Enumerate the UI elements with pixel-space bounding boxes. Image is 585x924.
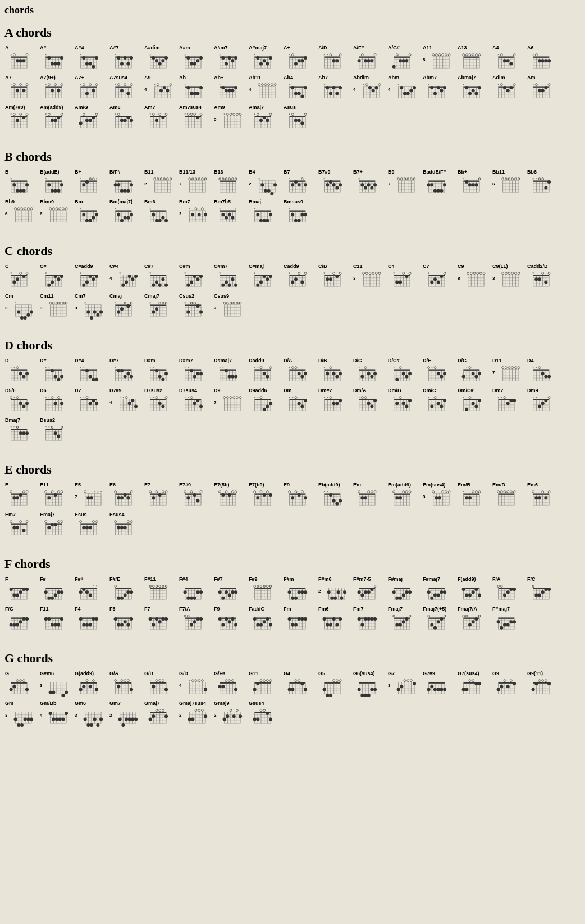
chord-item[interactable]: C113 [353,263,386,290]
chord-item[interactable]: F#/E [109,576,142,603]
chord-item[interactable]: Gm63 [75,700,107,727]
chord-item[interactable]: F9 [214,606,246,632]
chord-item[interactable]: Am(7#0)× [5,104,38,131]
chord-item[interactable]: D/E× [423,358,455,384]
chord-item[interactable]: F7/A [179,606,212,632]
chord-item[interactable]: Dm/A× [353,388,386,414]
chord-item[interactable]: F4 [75,606,107,632]
chord-item[interactable]: D#m7×× [179,358,212,384]
chord-item[interactable]: B× [5,169,38,195]
chord-item[interactable]: Am/G [75,104,107,131]
chord-item[interactable]: G/A [109,671,142,697]
chord-item[interactable]: D/G× [458,358,490,384]
chord-item[interactable]: D#m×× [144,358,177,384]
chord-item[interactable]: A+× [284,45,316,71]
chord-item[interactable]: Em/B× [458,482,490,508]
chord-item[interactable]: Dm×× [284,388,316,414]
chord-item[interactable]: G/B× [144,671,177,697]
chord-item[interactable]: F(add9) [458,576,490,603]
chord-item[interactable]: A#7× [109,45,142,71]
chord-item[interactable]: Em(sus4)3 [423,482,455,508]
chord-item[interactable]: D/C#× [388,358,421,384]
chord-item[interactable]: D7sus2×× [144,388,177,414]
chord-item[interactable]: Bmaj× [249,199,281,225]
chord-item[interactable]: Em6 [527,482,560,508]
chord-item[interactable]: Csus97 [214,293,246,320]
chord-item[interactable]: G [5,671,38,697]
chord-item[interactable]: Em/D [492,482,525,508]
chord-item[interactable]: E9 [284,482,316,508]
chord-item[interactable]: F#maj7 [492,606,525,632]
chord-item[interactable]: A× [5,45,38,71]
chord-item[interactable]: Dmaj7×× [5,417,38,444]
chord-item[interactable]: B11/137 [179,169,212,195]
chord-item[interactable]: D4×× [527,358,560,384]
chord-item[interactable]: Bb96 [5,199,38,225]
chord-item[interactable]: D#4×× [75,358,107,384]
chord-item[interactable]: A#dim× [144,45,177,71]
chord-item[interactable]: Am× [527,75,560,101]
chord-item[interactable]: C#7× [144,263,177,290]
chord-item[interactable]: A#m× [179,45,212,71]
chord-item[interactable]: C4× [388,263,421,290]
chord-item[interactable]: A7sus4× [109,75,142,101]
chord-item[interactable]: F#maj [388,576,421,603]
chord-item[interactable]: D/C× [353,358,386,384]
chord-item[interactable]: D#×× [40,358,72,384]
chord-item[interactable]: Gm3 [5,700,38,727]
chord-item[interactable]: C#m7× [214,263,246,290]
chord-item[interactable]: F#m62 [318,576,351,603]
chord-item[interactable]: D7sus4×× [179,388,212,414]
chord-item[interactable]: B7+× [353,169,386,195]
chord-item[interactable]: Dm9×× [527,388,560,414]
chord-item[interactable]: D5/E× [5,388,38,414]
chord-item[interactable]: Gm72 [109,700,142,727]
chord-item[interactable]: D/B× [318,358,351,384]
chord-item[interactable]: F11 [40,606,72,632]
chord-item[interactable]: Am7sus4× [179,104,212,131]
chord-item[interactable]: E7(5b) [214,482,246,508]
chord-item[interactable]: B(addE)× [40,169,72,195]
chord-item[interactable]: Bbm96 [40,199,72,225]
chord-item[interactable]: A#m7× [214,45,246,71]
chord-item[interactable]: Fmaj7(+5) [423,606,455,632]
chord-item[interactable]: Ab7× [318,75,351,101]
chord-item[interactable]: B97 [388,169,421,195]
chord-item[interactable]: F#7 [214,576,246,603]
chord-item[interactable]: Em [353,482,386,508]
chord-item[interactable]: D#7× [109,358,142,384]
chord-item[interactable]: Fmaj7/A [458,606,490,632]
chord-item[interactable]: Em(add9) [388,482,421,508]
chord-item[interactable]: A/G# [388,45,421,71]
chord-item[interactable]: Cm73× [75,293,107,320]
chord-item[interactable]: D97 [214,388,246,414]
chord-item[interactable]: Bm7b5×× [214,199,246,225]
chord-item[interactable]: G9(11) [527,671,560,697]
chord-item[interactable]: Cadd9× [284,263,316,290]
chord-item[interactable]: Asus× [284,104,316,131]
chord-item[interactable]: F [5,576,38,603]
chord-item[interactable]: A#4× [75,45,107,71]
chord-item[interactable]: Dm/B× [388,388,421,414]
chord-item[interactable]: C× [5,263,38,290]
chord-item[interactable]: Dm7×× [492,388,525,414]
chord-item[interactable]: C#× [40,263,72,290]
chord-item[interactable]: B13 [214,169,246,195]
chord-item[interactable]: C9(11)3 [492,263,525,290]
chord-item[interactable]: G4 [284,671,316,697]
chord-item[interactable]: Ab+× [214,75,246,101]
chord-item[interactable]: Cmaj× [109,293,142,320]
chord-item[interactable]: A4× [492,45,525,71]
chord-item[interactable]: Bm72× [179,199,212,225]
chord-item[interactable]: E7#9 [179,482,212,508]
chord-item[interactable]: Bmsus9× [284,199,316,225]
chord-item[interactable]: C#maj× [249,263,281,290]
chord-item[interactable]: FaddG [249,606,281,632]
chord-item[interactable]: B112 [144,169,177,195]
chord-item[interactable]: A13 [458,45,490,71]
chord-item[interactable]: B42× [249,169,281,195]
chord-item[interactable]: B+×× [75,169,107,195]
chord-item[interactable]: Esus [75,512,107,538]
chord-item[interactable]: F# [40,576,72,603]
chord-item[interactable]: A115 [423,45,455,71]
